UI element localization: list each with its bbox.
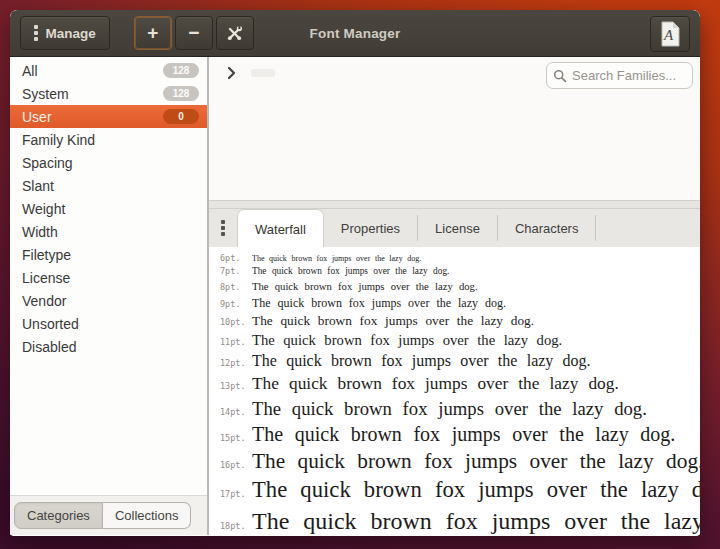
search-families-box[interactable]	[546, 62, 693, 89]
waterfall-preview-text: The quick brown fox jumps over the lazy …	[252, 332, 562, 349]
sidebar-item-slant[interactable]: Slant	[10, 174, 207, 197]
sidebar-category-list: All128System128User0Family KindSpacingSl…	[10, 57, 207, 358]
sidebar: All128System128User0Family KindSpacingSl…	[10, 57, 207, 535]
wrench-screwdriver-icon	[226, 25, 243, 42]
waterfall-size-label: 8pt.	[216, 282, 252, 292]
family-browse-pane	[209, 57, 700, 200]
sidebar-item-all[interactable]: All128	[10, 59, 207, 82]
waterfall-preview-text: The quick brown fox jumps over the lazy …	[252, 374, 619, 394]
horizontal-splitter[interactable]	[209, 200, 700, 209]
waterfall-row-8pt: 8pt.The quick brown fox jumps over the l…	[216, 280, 700, 293]
vertical-dots-icon	[34, 25, 38, 41]
waterfall-size-label: 11pt.	[216, 337, 252, 347]
waterfall-row-17pt: 17pt.The quick brown fox jumps over the …	[216, 477, 700, 504]
add-fonts-button[interactable]: +	[134, 16, 172, 50]
tab-license[interactable]: License	[418, 215, 498, 241]
waterfall-row-6pt: 6pt.The quick brown fox jumps over the l…	[216, 253, 700, 263]
sidebar-item-system[interactable]: System128	[10, 82, 207, 105]
sidebar-item-label: License	[22, 270, 70, 286]
svg-text:A: A	[663, 27, 674, 43]
sidebar-item-spacing[interactable]: Spacing	[10, 151, 207, 174]
switcher-tab-categories[interactable]: Categories	[14, 502, 103, 529]
manage-button-label: Manage	[46, 26, 96, 41]
waterfall-preview-text: The quick brown fox jumps over the lazy …	[252, 280, 478, 293]
tab-properties[interactable]: Properties	[324, 215, 418, 241]
waterfall-preview-text: The quick brown fox jumps over the lazy …	[252, 254, 421, 263]
font-file-button[interactable]: A	[650, 16, 690, 52]
preferences-button[interactable]	[216, 16, 254, 50]
waterfall-size-label: 6pt.	[216, 253, 252, 263]
font-document-icon: A	[659, 21, 681, 47]
waterfall-size-label: 16pt.	[216, 460, 252, 470]
count-badge: 128	[163, 63, 199, 78]
waterfall-size-label: 7pt.	[216, 266, 252, 276]
count-badge: 128	[163, 86, 199, 101]
waterfall-row-18pt: 18pt.The quick brown fox jumps over the …	[216, 507, 700, 535]
sidebar-item-label: Filetype	[22, 247, 71, 263]
remove-fonts-button[interactable]: −	[175, 16, 213, 50]
waterfall-row-15pt: 15pt.The quick brown fox jumps over the …	[216, 423, 700, 447]
sidebar-item-label: User	[22, 109, 52, 125]
waterfall-size-label: 12pt.	[216, 358, 252, 368]
waterfall-size-label: 15pt.	[216, 433, 252, 443]
sidebar-item-user[interactable]: User0	[10, 105, 207, 128]
sidebar-item-label: Spacing	[22, 155, 73, 171]
sidebar-item-label: Disabled	[22, 339, 76, 355]
sidebar-item-unsorted[interactable]: Unsorted	[10, 312, 207, 335]
sidebar-item-label: Family Kind	[22, 132, 95, 148]
waterfall-preview-text: The quick brown fox jumps over the lazy …	[252, 398, 647, 420]
sidebar-item-family-kind[interactable]: Family Kind	[10, 128, 207, 151]
chevron-right-icon	[227, 66, 236, 80]
waterfall-row-12pt: 12pt.The quick brown fox jumps over the …	[216, 352, 700, 371]
empty-row-placeholder	[251, 69, 275, 77]
sidebar-item-label: Weight	[22, 201, 65, 217]
headerbar: Manage + − Font Manage	[10, 10, 700, 57]
waterfall-row-7pt: 7pt.The quick brown fox jumps over the l…	[216, 266, 700, 277]
sidebar-item-label: Unsorted	[22, 316, 79, 332]
count-badge: 0	[163, 109, 199, 124]
waterfall-size-label: 10pt.	[216, 317, 252, 327]
magnifier-icon	[553, 69, 567, 83]
waterfall-size-label: 18pt.	[216, 521, 252, 531]
tab-waterfall[interactable]: Waterfall	[237, 209, 324, 248]
sidebar-item-label: Width	[22, 224, 58, 240]
sidebar-item-weight[interactable]: Weight	[10, 197, 207, 220]
sidebar-item-label: System	[22, 86, 69, 102]
waterfall-preview-text: The quick brown fox jumps over the lazy …	[252, 423, 675, 447]
preview-tabbar: WaterfallPropertiesLicenseCharacters	[209, 209, 700, 247]
waterfall-size-label: 13pt.	[216, 381, 252, 391]
waterfall-row-16pt: 16pt.The quick brown fox jumps over the …	[216, 449, 700, 474]
waterfall-preview-text: The quick brown fox jumps over the lazy …	[252, 477, 700, 504]
waterfall-preview-text: The quick brown fox jumps over the lazy …	[252, 313, 534, 329]
font-manager-window: Manage + − Font Manage	[10, 10, 700, 536]
sidebar-item-label: Slant	[22, 178, 54, 194]
sidebar-item-filetype[interactable]: Filetype	[10, 243, 207, 266]
waterfall-row-14pt: 14pt.The quick brown fox jumps over the …	[216, 398, 700, 420]
manage-menu-button[interactable]: Manage	[20, 16, 110, 50]
sidebar-item-license[interactable]: License	[10, 266, 207, 289]
waterfall-preview-text: The quick brown fox jumps over the lazy …	[252, 352, 591, 371]
tab-characters[interactable]: Characters	[498, 215, 597, 241]
waterfall-preview-text: The quick brown fox jumps over the lazy …	[252, 296, 506, 310]
switcher-tab-collections[interactable]: Collections	[103, 502, 192, 529]
waterfall-row-13pt: 13pt.The quick brown fox jumps over the …	[216, 374, 700, 394]
waterfall-preview-text: The quick brown fox jumps over the lazy …	[252, 266, 449, 277]
waterfall-row-10pt: 10pt.The quick brown fox jumps over the …	[216, 313, 700, 329]
waterfall-size-label: 17pt.	[216, 489, 252, 499]
sidebar-item-label: Vendor	[22, 293, 66, 309]
sidebar-item-label: All	[22, 63, 38, 79]
sidebar-mode-switcher: CategoriesCollections	[10, 495, 207, 535]
sidebar-item-width[interactable]: Width	[10, 220, 207, 243]
vertical-dots-icon	[221, 220, 225, 236]
waterfall-size-label: 9pt.	[216, 299, 252, 309]
sidebar-item-vendor[interactable]: Vendor	[10, 289, 207, 312]
search-families-input[interactable]	[572, 68, 686, 83]
expander-toggle[interactable]	[222, 64, 240, 82]
waterfall-row-9pt: 9pt.The quick brown fox jumps over the l…	[216, 296, 700, 310]
waterfall-preview-pane: 6pt.The quick brown fox jumps over the l…	[209, 247, 700, 535]
waterfall-row-11pt: 11pt.The quick brown fox jumps over the …	[216, 332, 700, 349]
preview-menu-button[interactable]	[209, 209, 237, 247]
sidebar-item-disabled[interactable]: Disabled	[10, 335, 207, 358]
waterfall-size-label: 14pt.	[216, 407, 252, 417]
waterfall-preview-text: The quick brown fox jumps over the lazy …	[252, 449, 700, 474]
